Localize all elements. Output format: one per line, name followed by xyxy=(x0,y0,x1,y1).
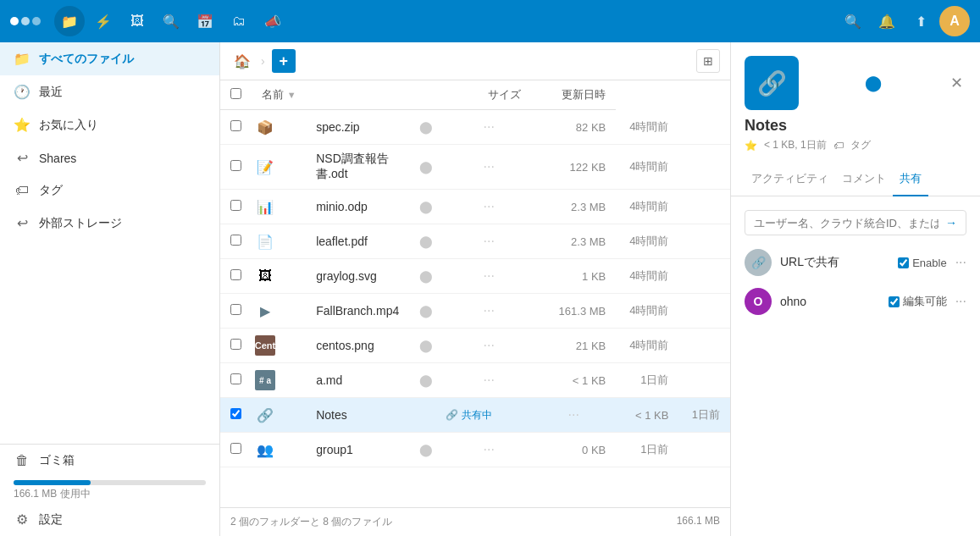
deck-nav-icon[interactable]: 🗂 xyxy=(224,6,254,36)
notifications-icon[interactable]: 🔔 xyxy=(872,6,902,36)
detail-tabs: アクティビティ コメント 共有 xyxy=(731,163,980,196)
top-nav: 📁 ⚡ 🖼 🔍 📅 🗂 📣 🔍 🔔 ⬆ A xyxy=(0,0,980,42)
user-share-icon: O xyxy=(745,288,772,315)
sidebar-item-shares[interactable]: ↩ Shares xyxy=(0,141,219,174)
external-storage-icon: ↩ xyxy=(14,215,30,231)
url-share-entry: 🔗 URLで共有 Enable ··· xyxy=(745,249,966,276)
announce-nav-icon[interactable]: 📣 xyxy=(257,6,288,36)
share-active-badge[interactable]: 🔗 共有中 xyxy=(446,408,492,423)
avatar[interactable]: A xyxy=(939,6,970,36)
tag-icon: 🏷 xyxy=(833,140,844,152)
more-actions-button[interactable]: ··· xyxy=(484,119,495,134)
activity-nav-icon[interactable]: ⚡ xyxy=(88,6,119,36)
search-right-icon[interactable]: 🔍 xyxy=(838,6,868,36)
sidebar-item-settings[interactable]: ⚙ 設定 xyxy=(0,503,219,536)
file-name-cell[interactable]: spec.zip xyxy=(309,110,406,145)
share-button[interactable]: ⬤ xyxy=(419,373,433,387)
share-search-input[interactable] xyxy=(754,217,938,229)
file-count-label: 2 個のフォルダーと 8 個のファイル xyxy=(230,515,392,529)
detail-meta: ⭐ < 1 KB, 1日前 🏷 タグ xyxy=(731,138,980,163)
share-search-row: → xyxy=(745,210,966,235)
url-share-more-icon[interactable]: ··· xyxy=(955,255,966,270)
share-button[interactable]: ⬤ xyxy=(419,160,433,174)
file-name-cell[interactable]: centos.png xyxy=(309,329,406,363)
row-checkbox[interactable] xyxy=(230,339,241,350)
share-button[interactable]: ⬤ xyxy=(419,120,433,134)
row-checkbox[interactable] xyxy=(230,373,241,384)
more-actions-button[interactable]: ··· xyxy=(484,268,495,283)
share-button[interactable]: ⬤ xyxy=(419,269,433,283)
detail-meta-info: < 1 KB, 1日前 xyxy=(764,138,827,152)
detail-content: → 🔗 URLで共有 Enable ··· O ohno 編集可能 xyxy=(731,196,980,536)
tab-sharing[interactable]: 共有 xyxy=(893,163,928,196)
row-checkbox[interactable] xyxy=(230,235,241,246)
file-name-cell[interactable]: NSD調査報告書.odt xyxy=(309,145,406,190)
file-name-cell[interactable]: FallBranch.mp4 xyxy=(309,294,406,329)
files-nav-icon[interactable]: 📁 xyxy=(54,6,85,36)
file-name-cell[interactable]: graylog.svg xyxy=(309,259,406,294)
detail-share-button[interactable]: ⬤ xyxy=(861,70,885,96)
sidebar-item-trash[interactable]: 🗑 ゴミ箱 xyxy=(0,445,219,477)
detail-close-button[interactable]: ✕ xyxy=(947,70,966,96)
file-name-cell[interactable]: a.md xyxy=(309,363,406,398)
upload-icon[interactable]: ⬆ xyxy=(905,6,936,36)
detail-folder-icon: 🔗 xyxy=(745,56,799,110)
detail-panel: 🔗 ⬤ ✕ Notes ⭐ < 1 KB, 1日前 🏷 タグ アクティビティ コ… xyxy=(730,42,980,536)
more-actions-button[interactable]: ··· xyxy=(484,373,495,387)
calendar-nav-icon[interactable]: 📅 xyxy=(190,6,220,36)
breadcrumb-home[interactable]: 🏠 xyxy=(230,49,254,73)
table-row: Cent centos.png ⬤ ··· 21 KB 4時間前 xyxy=(220,329,730,363)
more-actions-button[interactable]: ··· xyxy=(484,303,495,318)
tab-comments[interactable]: コメント xyxy=(835,163,893,196)
favorites-icon: ⭐ xyxy=(14,117,30,133)
nc-logo[interactable] xyxy=(10,17,41,25)
more-actions-button[interactable]: ··· xyxy=(484,442,495,456)
photos-nav-icon[interactable]: 🖼 xyxy=(122,6,152,36)
share-button[interactable]: ⬤ xyxy=(419,339,433,352)
row-checkbox[interactable] xyxy=(230,443,241,454)
url-share-icon: 🔗 xyxy=(745,249,772,276)
all-files-icon: 📁 xyxy=(14,51,30,67)
notes-file-name-cell[interactable]: Notes xyxy=(309,398,406,433)
sidebar-item-external-storage[interactable]: ↩ 外部ストレージ xyxy=(0,207,219,240)
sidebar-item-recent[interactable]: 🕐 最近 xyxy=(0,75,219,108)
settings-icon: ⚙ xyxy=(14,511,30,528)
user-share-more-icon[interactable]: ··· xyxy=(955,294,966,309)
file-name-cell[interactable]: minio.odp xyxy=(309,190,406,224)
more-actions-button[interactable]: ··· xyxy=(484,338,495,352)
sidebar: 📁 すべてのファイル 🕐 最近 ⭐ お気に入り ↩ Shares 🏷 タグ ↩ … xyxy=(0,42,220,536)
storage-indicator: 166.1 MB 使用中 xyxy=(0,477,219,503)
user-share-checkbox[interactable] xyxy=(889,296,900,307)
row-checkbox[interactable] xyxy=(230,304,241,315)
share-button[interactable]: ⬤ xyxy=(419,235,433,248)
tab-activity[interactable]: アクティビティ xyxy=(745,163,835,196)
user-share-check-label: 編集可能 xyxy=(903,294,947,309)
search-nav-icon[interactable]: 🔍 xyxy=(156,6,186,36)
select-all-checkbox[interactable] xyxy=(230,88,241,99)
url-share-checkbox[interactable] xyxy=(898,257,909,268)
file-toolbar: 🏠 › + ⊞ xyxy=(220,42,730,80)
row-checkbox[interactable] xyxy=(230,160,241,171)
share-button[interactable]: ⬤ xyxy=(419,200,433,213)
add-button[interactable]: + xyxy=(272,49,296,73)
file-name-cell[interactable]: group1 xyxy=(309,433,406,467)
sidebar-item-all-files[interactable]: 📁 すべてのファイル xyxy=(0,42,219,75)
date-column-header: 更新日時 xyxy=(531,80,616,110)
more-actions-button[interactable]: ··· xyxy=(568,407,579,422)
grid-view-button[interactable]: ⊞ xyxy=(696,49,720,73)
file-name-cell[interactable]: leaflet.pdf xyxy=(309,224,406,259)
row-checkbox[interactable] xyxy=(230,408,241,419)
share-search-arrow-icon[interactable]: → xyxy=(945,216,957,229)
more-actions-button[interactable]: ··· xyxy=(484,234,495,248)
table-row: 📊 minio.odp ⬤ ··· 2.3 MB 4時間前 xyxy=(220,190,730,224)
more-actions-button[interactable]: ··· xyxy=(484,199,495,213)
more-actions-button[interactable]: ··· xyxy=(484,159,495,174)
row-checkbox[interactable] xyxy=(230,269,241,280)
share-button[interactable]: ⬤ xyxy=(419,304,433,318)
share-button[interactable]: ⬤ xyxy=(419,443,433,456)
sidebar-item-tags[interactable]: 🏷 タグ xyxy=(0,174,219,207)
row-checkbox[interactable] xyxy=(230,200,241,211)
row-checkbox[interactable] xyxy=(230,120,241,131)
table-row: 👥 group1 ⬤ ··· 0 KB 1日前 xyxy=(220,433,730,467)
sidebar-item-favorites[interactable]: ⭐ お気に入り xyxy=(0,108,219,141)
